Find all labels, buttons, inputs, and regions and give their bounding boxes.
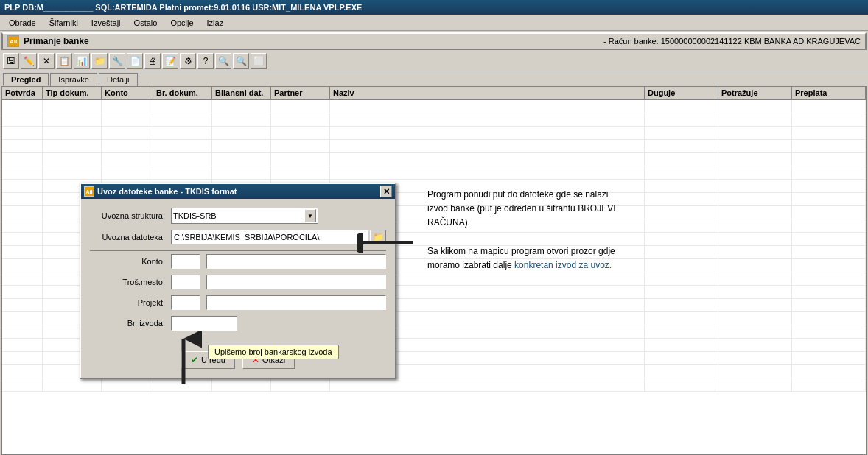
br-izvoda-arrow [165, 331, 202, 388]
uvozna-datoteka-label: Uvozna datoteka: [90, 233, 171, 241]
tros-mesto-input-2[interactable] [206, 275, 386, 289]
uvozna-struktura-row: Uvozna struktura: TKDIS-SRB ▼ [90, 208, 386, 224]
annotation-text-2: Sa klikom na mapicu program otvori prozo… [427, 244, 707, 272]
dialog-title: Uvoz datoteke banke - TKDIS format [97, 187, 380, 196]
projekt-label: Projekt: [90, 298, 171, 307]
uvozna-struktura-select[interactable]: TKDIS-SRB ▼ [171, 208, 318, 224]
br-izvoda-input[interactable] [171, 316, 237, 331]
dialog-titlebar: AiI Uvoz datoteke banke - TKDIS format ✕ [81, 184, 395, 199]
tros-mesto-label: Troš.mesto: [90, 278, 171, 286]
dialog-body: Uvozna struktura: TKDIS-SRB ▼ Uvozna dat… [81, 199, 395, 345]
konto-row: Konto: [90, 254, 386, 269]
projekt-input-2[interactable] [206, 295, 386, 310]
annotation-link: konkretan izvod za uvoz. [514, 260, 612, 270]
dialog-close-button[interactable]: ✕ [380, 186, 392, 197]
uvozna-struktura-label: Uvozna struktura: [90, 211, 171, 220]
modal-overlay: AiI Uvoz datoteke banke - TKDIS format ✕… [0, 0, 868, 455]
balloon-tooltip: Upišemo broj bankarskog izvoda [208, 345, 339, 359]
br-izvoda-row: Br. izvoda: [90, 316, 386, 331]
tros-mesto-row: Troš.mesto: [90, 275, 386, 289]
folder-arrow [357, 233, 394, 247]
balloon-text: Upišemo broj bankarskog izvoda [214, 348, 332, 356]
select-arrow-icon[interactable]: ▼ [304, 209, 316, 222]
dialog-icon: AiI [84, 186, 94, 197]
br-izvoda-label: Br. izvoda: [90, 319, 171, 328]
projekt-input-1[interactable] [171, 295, 200, 310]
konto-input-2[interactable] [206, 254, 386, 269]
uvozna-datoteka-row: Uvozna datoteka: 📁 [90, 230, 386, 244]
projekt-row: Projekt: [90, 295, 386, 310]
annotation-block: Program ponudi put do datoteke gde se na… [427, 188, 707, 272]
konto-input-1[interactable] [171, 254, 200, 269]
konto-label: Konto: [90, 257, 171, 266]
uvozna-struktura-value: TKDIS-SRB [173, 211, 304, 220]
annotation-text-1: Program ponudi put do datoteke gde se na… [427, 188, 707, 230]
tros-mesto-input-1[interactable] [171, 275, 200, 289]
uvozna-datoteka-input[interactable] [171, 230, 368, 244]
